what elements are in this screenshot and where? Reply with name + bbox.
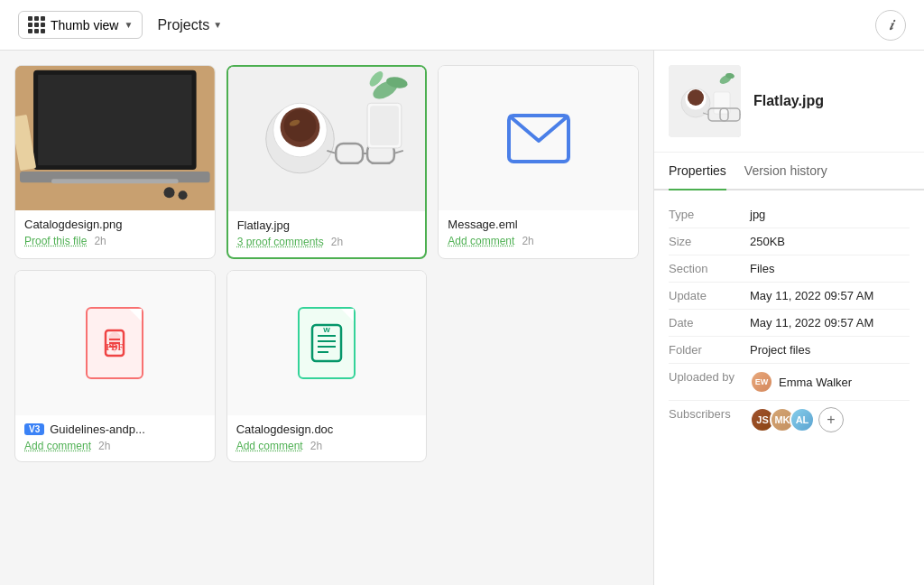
- file-time: 2h: [522, 235, 533, 247]
- svg-point-7: [179, 190, 188, 200]
- file-card-message-eml[interactable]: Message.eml Add comment 2h: [438, 65, 639, 259]
- file-name: Message.eml: [448, 218, 629, 231]
- prop-value-subscribers: JS MK AL +: [750, 407, 910, 432]
- prop-value-section: Files: [750, 262, 910, 275]
- file-name: Catalogdesign.png: [24, 218, 206, 231]
- prop-value-date: May 11, 2022 09:57 AM: [750, 316, 910, 330]
- grid-icon: [28, 16, 45, 33]
- uploader-avatar: EW: [750, 370, 773, 394]
- file-thumb-pdf: PDF: [15, 271, 215, 415]
- file-proof-link[interactable]: Proof this file: [24, 235, 87, 247]
- svg-point-6: [163, 187, 174, 198]
- subscribers-avatars: JS MK AL +: [750, 407, 844, 432]
- panel-filename: Flatlay.jpg: [753, 93, 824, 109]
- file-thumb-catalogdesign: [15, 66, 215, 210]
- prop-label-subscribers: Subscribers: [669, 407, 750, 421]
- file-grid: Catalogdesign.png Proof this file 2h: [14, 65, 639, 462]
- file-time: 2h: [331, 236, 343, 248]
- file-name: Flatlay.jpg: [237, 218, 417, 232]
- prop-row-subscribers: Subscribers JS MK AL +: [669, 401, 910, 439]
- projects-button[interactable]: Projects ▼: [157, 17, 222, 33]
- prop-row-section: Section Files: [669, 255, 910, 283]
- prop-value-type: jpg: [750, 208, 910, 221]
- thumbview-button[interactable]: Thumb view ▼: [18, 11, 143, 39]
- file-proof-link[interactable]: 3 proof comments: [237, 236, 324, 248]
- panel-preview: Flatlay.jpg: [654, 51, 924, 153]
- file-info-catalogdesign-doc: Catalogdesign.doc Add comment 2h: [227, 415, 427, 461]
- file-time: 2h: [94, 235, 106, 247]
- word-icon: W: [298, 307, 356, 379]
- subscriber-avatar-3: AL: [790, 407, 815, 432]
- chevron-down-icon: ▼: [124, 20, 133, 30]
- file-grid-area: Catalogdesign.png Proof this file 2h: [0, 51, 653, 585]
- file-card-flatlay-jpg[interactable]: Flatlay.jpg 3 proof comments 2h: [226, 65, 428, 259]
- prop-label-uploaded: Uploaded by: [669, 370, 750, 384]
- prop-label-folder: Folder: [669, 343, 750, 357]
- prop-label-date: Date: [669, 316, 750, 330]
- file-comment-link[interactable]: Add comment: [448, 235, 514, 247]
- file-card-catalogdesign-doc[interactable]: W Catalogdesign.doc Add comment 2h: [226, 270, 428, 462]
- header: Thumb view ▼ Projects ▼ 𝑖: [0, 0, 924, 51]
- prop-value-update: May 11, 2022 09:57 AM: [750, 289, 910, 302]
- prop-row-uploaded: Uploaded by EW Emma Walker: [669, 364, 910, 401]
- file-action: Proof this file 2h: [24, 235, 206, 247]
- email-icon: [507, 114, 570, 163]
- main-content: Catalogdesign.png Proof this file 2h: [0, 51, 924, 585]
- pdf-icon: PDF: [86, 307, 143, 379]
- svg-rect-4: [51, 179, 178, 183]
- file-name: Guidelines-andp...: [50, 422, 145, 436]
- file-comment-link[interactable]: Add comment: [24, 440, 91, 452]
- svg-text:PDF: PDF: [106, 342, 124, 352]
- svg-text:W: W: [323, 326, 330, 334]
- file-card-catalogdesign-png[interactable]: Catalogdesign.png Proof this file 2h: [14, 65, 216, 259]
- file-thumb-email: [439, 66, 638, 210]
- file-thumb-image: [15, 66, 215, 210]
- svg-rect-23: [370, 106, 399, 145]
- file-action: 3 proof comments 2h: [237, 236, 417, 248]
- projects-chevron-icon: ▼: [213, 20, 222, 30]
- file-comment-link[interactable]: Add comment: [236, 440, 303, 452]
- prop-row-update: Update May 11, 2022 09:57 AM: [669, 283, 910, 310]
- prop-label-update: Update: [669, 289, 750, 302]
- file-card-guidelines-pdf[interactable]: PDF V3 Guidelines-andp... Add comment 2h: [14, 270, 216, 462]
- file-thumb-flatlay: [228, 67, 426, 211]
- svg-point-39: [688, 89, 704, 106]
- file-action: Add comment 2h: [24, 440, 206, 452]
- prop-value-uploaded: EW Emma Walker: [750, 370, 910, 394]
- info-button[interactable]: 𝑖: [875, 10, 906, 41]
- projects-label: Projects: [157, 17, 209, 33]
- file-name-row: V3 Guidelines-andp...: [24, 422, 206, 436]
- prop-label-size: Size: [669, 235, 750, 248]
- info-icon: 𝑖: [889, 17, 892, 33]
- prop-row-size: Size 250KB: [669, 228, 910, 255]
- prop-row-type: Type jpg: [669, 201, 910, 228]
- panel-thumb: [669, 65, 741, 137]
- thumbview-label: Thumb view: [51, 18, 118, 32]
- prop-label-type: Type: [669, 208, 750, 221]
- svg-rect-2: [38, 75, 192, 165]
- panel-thumb-image: [669, 65, 741, 137]
- right-panel: Flatlay.jpg Properties Version history T…: [653, 51, 924, 585]
- file-info-flatlay-jpg: Flatlay.jpg 3 proof comments 2h: [228, 211, 426, 257]
- file-thumb-image-flatlay: [228, 67, 426, 211]
- tab-properties[interactable]: Properties: [669, 153, 726, 190]
- uploader-name: Emma Walker: [779, 376, 852, 389]
- svg-point-12: [283, 109, 316, 142]
- properties-section: Type jpg Size 250KB Section Files Update…: [654, 190, 924, 450]
- version-badge: V3: [24, 423, 44, 435]
- file-name: Catalogdesign.doc: [236, 422, 418, 436]
- prop-row-date: Date May 11, 2022 09:57 AM: [669, 310, 910, 337]
- header-left: Thumb view ▼ Projects ▼: [18, 11, 222, 39]
- file-info-message-eml: Message.eml Add comment 2h: [439, 210, 638, 256]
- prop-value-folder: Project files: [750, 343, 910, 357]
- file-action: Add comment 2h: [236, 440, 418, 452]
- prop-label-section: Section: [669, 262, 750, 275]
- file-thumb-word: W: [227, 271, 427, 415]
- file-time: 2h: [310, 440, 322, 452]
- file-info-catalogdesign-png: Catalogdesign.png Proof this file 2h: [15, 210, 215, 256]
- file-action: Add comment 2h: [448, 235, 629, 247]
- prop-row-folder: Folder Project files: [669, 337, 910, 364]
- add-subscriber-button[interactable]: +: [818, 407, 844, 432]
- tab-version-history[interactable]: Version history: [744, 153, 827, 190]
- file-time: 2h: [98, 440, 110, 452]
